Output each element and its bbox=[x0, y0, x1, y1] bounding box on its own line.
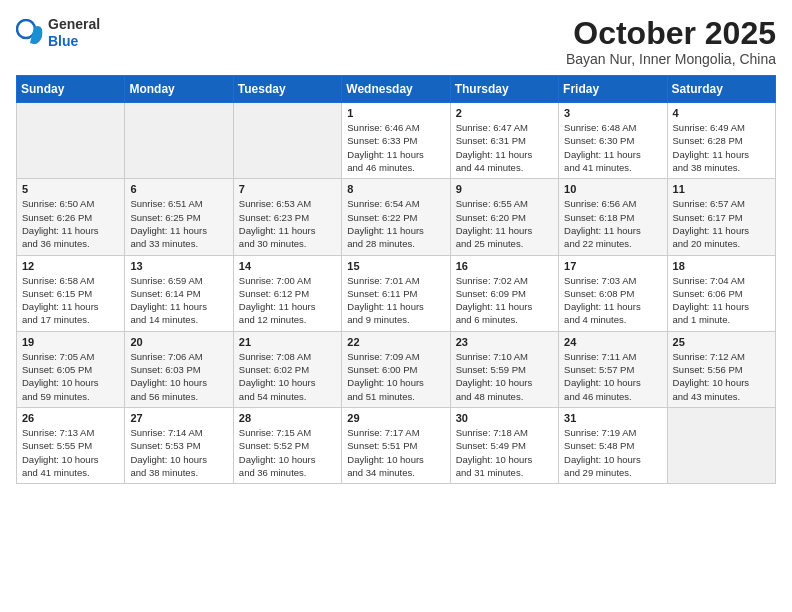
day-cell: 28Sunrise: 7:15 AM Sunset: 5:52 PM Dayli… bbox=[233, 407, 341, 483]
day-info: Sunrise: 7:09 AM Sunset: 6:00 PM Dayligh… bbox=[347, 350, 444, 403]
day-cell: 17Sunrise: 7:03 AM Sunset: 6:08 PM Dayli… bbox=[559, 255, 667, 331]
week-row-1: 1Sunrise: 6:46 AM Sunset: 6:33 PM Daylig… bbox=[17, 103, 776, 179]
day-info: Sunrise: 7:04 AM Sunset: 6:06 PM Dayligh… bbox=[673, 274, 770, 327]
day-info: Sunrise: 7:17 AM Sunset: 5:51 PM Dayligh… bbox=[347, 426, 444, 479]
day-info: Sunrise: 6:56 AM Sunset: 6:18 PM Dayligh… bbox=[564, 197, 661, 250]
weekday-header-monday: Monday bbox=[125, 76, 233, 103]
day-cell: 25Sunrise: 7:12 AM Sunset: 5:56 PM Dayli… bbox=[667, 331, 775, 407]
day-number: 12 bbox=[22, 260, 119, 272]
day-cell: 3Sunrise: 6:48 AM Sunset: 6:30 PM Daylig… bbox=[559, 103, 667, 179]
day-cell: 21Sunrise: 7:08 AM Sunset: 6:02 PM Dayli… bbox=[233, 331, 341, 407]
day-info: Sunrise: 7:12 AM Sunset: 5:56 PM Dayligh… bbox=[673, 350, 770, 403]
day-number: 19 bbox=[22, 336, 119, 348]
day-number: 15 bbox=[347, 260, 444, 272]
day-cell: 14Sunrise: 7:00 AM Sunset: 6:12 PM Dayli… bbox=[233, 255, 341, 331]
location-subtitle: Bayan Nur, Inner Mongolia, China bbox=[566, 51, 776, 67]
day-cell: 13Sunrise: 6:59 AM Sunset: 6:14 PM Dayli… bbox=[125, 255, 233, 331]
day-number: 27 bbox=[130, 412, 227, 424]
calendar-table: SundayMondayTuesdayWednesdayThursdayFrid… bbox=[16, 75, 776, 484]
day-cell: 23Sunrise: 7:10 AM Sunset: 5:59 PM Dayli… bbox=[450, 331, 558, 407]
day-info: Sunrise: 7:10 AM Sunset: 5:59 PM Dayligh… bbox=[456, 350, 553, 403]
day-number: 11 bbox=[673, 183, 770, 195]
day-cell: 19Sunrise: 7:05 AM Sunset: 6:05 PM Dayli… bbox=[17, 331, 125, 407]
day-info: Sunrise: 7:06 AM Sunset: 6:03 PM Dayligh… bbox=[130, 350, 227, 403]
day-number: 13 bbox=[130, 260, 227, 272]
day-cell bbox=[17, 103, 125, 179]
day-cell: 16Sunrise: 7:02 AM Sunset: 6:09 PM Dayli… bbox=[450, 255, 558, 331]
day-cell: 20Sunrise: 7:06 AM Sunset: 6:03 PM Dayli… bbox=[125, 331, 233, 407]
week-row-3: 12Sunrise: 6:58 AM Sunset: 6:15 PM Dayli… bbox=[17, 255, 776, 331]
day-cell bbox=[233, 103, 341, 179]
day-info: Sunrise: 6:58 AM Sunset: 6:15 PM Dayligh… bbox=[22, 274, 119, 327]
day-number: 24 bbox=[564, 336, 661, 348]
day-number: 18 bbox=[673, 260, 770, 272]
day-cell: 30Sunrise: 7:18 AM Sunset: 5:49 PM Dayli… bbox=[450, 407, 558, 483]
day-number: 3 bbox=[564, 107, 661, 119]
week-row-4: 19Sunrise: 7:05 AM Sunset: 6:05 PM Dayli… bbox=[17, 331, 776, 407]
day-number: 16 bbox=[456, 260, 553, 272]
title-block: October 2025 Bayan Nur, Inner Mongolia, … bbox=[566, 16, 776, 67]
day-cell: 18Sunrise: 7:04 AM Sunset: 6:06 PM Dayli… bbox=[667, 255, 775, 331]
day-number: 5 bbox=[22, 183, 119, 195]
day-cell: 5Sunrise: 6:50 AM Sunset: 6:26 PM Daylig… bbox=[17, 179, 125, 255]
logo: General Blue bbox=[16, 16, 100, 50]
day-cell: 9Sunrise: 6:55 AM Sunset: 6:20 PM Daylig… bbox=[450, 179, 558, 255]
day-info: Sunrise: 6:53 AM Sunset: 6:23 PM Dayligh… bbox=[239, 197, 336, 250]
day-cell: 27Sunrise: 7:14 AM Sunset: 5:53 PM Dayli… bbox=[125, 407, 233, 483]
week-row-5: 26Sunrise: 7:13 AM Sunset: 5:55 PM Dayli… bbox=[17, 407, 776, 483]
day-number: 4 bbox=[673, 107, 770, 119]
day-cell: 10Sunrise: 6:56 AM Sunset: 6:18 PM Dayli… bbox=[559, 179, 667, 255]
day-number: 9 bbox=[456, 183, 553, 195]
logo-blue: Blue bbox=[48, 33, 100, 50]
day-number: 29 bbox=[347, 412, 444, 424]
day-cell: 2Sunrise: 6:47 AM Sunset: 6:31 PM Daylig… bbox=[450, 103, 558, 179]
day-info: Sunrise: 6:59 AM Sunset: 6:14 PM Dayligh… bbox=[130, 274, 227, 327]
logo-general: General bbox=[48, 16, 100, 33]
day-cell: 12Sunrise: 6:58 AM Sunset: 6:15 PM Dayli… bbox=[17, 255, 125, 331]
day-info: Sunrise: 6:50 AM Sunset: 6:26 PM Dayligh… bbox=[22, 197, 119, 250]
day-info: Sunrise: 6:49 AM Sunset: 6:28 PM Dayligh… bbox=[673, 121, 770, 174]
day-cell: 24Sunrise: 7:11 AM Sunset: 5:57 PM Dayli… bbox=[559, 331, 667, 407]
day-cell: 8Sunrise: 6:54 AM Sunset: 6:22 PM Daylig… bbox=[342, 179, 450, 255]
day-number: 1 bbox=[347, 107, 444, 119]
day-cell: 4Sunrise: 6:49 AM Sunset: 6:28 PM Daylig… bbox=[667, 103, 775, 179]
day-cell: 7Sunrise: 6:53 AM Sunset: 6:23 PM Daylig… bbox=[233, 179, 341, 255]
day-cell: 6Sunrise: 6:51 AM Sunset: 6:25 PM Daylig… bbox=[125, 179, 233, 255]
day-info: Sunrise: 6:47 AM Sunset: 6:31 PM Dayligh… bbox=[456, 121, 553, 174]
day-info: Sunrise: 7:02 AM Sunset: 6:09 PM Dayligh… bbox=[456, 274, 553, 327]
day-number: 21 bbox=[239, 336, 336, 348]
day-info: Sunrise: 7:00 AM Sunset: 6:12 PM Dayligh… bbox=[239, 274, 336, 327]
day-number: 30 bbox=[456, 412, 553, 424]
day-info: Sunrise: 7:18 AM Sunset: 5:49 PM Dayligh… bbox=[456, 426, 553, 479]
day-number: 10 bbox=[564, 183, 661, 195]
day-number: 23 bbox=[456, 336, 553, 348]
day-cell: 22Sunrise: 7:09 AM Sunset: 6:00 PM Dayli… bbox=[342, 331, 450, 407]
day-info: Sunrise: 7:13 AM Sunset: 5:55 PM Dayligh… bbox=[22, 426, 119, 479]
day-info: Sunrise: 6:46 AM Sunset: 6:33 PM Dayligh… bbox=[347, 121, 444, 174]
day-number: 6 bbox=[130, 183, 227, 195]
logo-icon bbox=[16, 19, 44, 47]
day-info: Sunrise: 7:01 AM Sunset: 6:11 PM Dayligh… bbox=[347, 274, 444, 327]
weekday-header-friday: Friday bbox=[559, 76, 667, 103]
day-info: Sunrise: 6:54 AM Sunset: 6:22 PM Dayligh… bbox=[347, 197, 444, 250]
day-number: 7 bbox=[239, 183, 336, 195]
day-cell: 15Sunrise: 7:01 AM Sunset: 6:11 PM Dayli… bbox=[342, 255, 450, 331]
day-number: 31 bbox=[564, 412, 661, 424]
day-info: Sunrise: 6:57 AM Sunset: 6:17 PM Dayligh… bbox=[673, 197, 770, 250]
weekday-header-tuesday: Tuesday bbox=[233, 76, 341, 103]
day-cell bbox=[125, 103, 233, 179]
day-info: Sunrise: 7:14 AM Sunset: 5:53 PM Dayligh… bbox=[130, 426, 227, 479]
day-number: 26 bbox=[22, 412, 119, 424]
day-cell: 31Sunrise: 7:19 AM Sunset: 5:48 PM Dayli… bbox=[559, 407, 667, 483]
day-number: 25 bbox=[673, 336, 770, 348]
day-number: 14 bbox=[239, 260, 336, 272]
day-info: Sunrise: 7:11 AM Sunset: 5:57 PM Dayligh… bbox=[564, 350, 661, 403]
week-row-2: 5Sunrise: 6:50 AM Sunset: 6:26 PM Daylig… bbox=[17, 179, 776, 255]
day-cell: 1Sunrise: 6:46 AM Sunset: 6:33 PM Daylig… bbox=[342, 103, 450, 179]
day-number: 22 bbox=[347, 336, 444, 348]
day-info: Sunrise: 7:05 AM Sunset: 6:05 PM Dayligh… bbox=[22, 350, 119, 403]
day-cell: 29Sunrise: 7:17 AM Sunset: 5:51 PM Dayli… bbox=[342, 407, 450, 483]
day-cell bbox=[667, 407, 775, 483]
weekday-header-saturday: Saturday bbox=[667, 76, 775, 103]
day-number: 2 bbox=[456, 107, 553, 119]
